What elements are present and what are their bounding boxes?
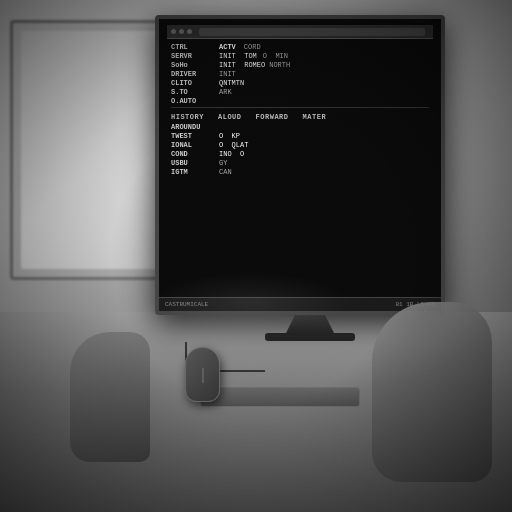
line-value: CAN	[219, 168, 232, 176]
line-label: S.TO	[171, 88, 216, 96]
terminal-line: AROUNDU	[171, 123, 429, 131]
browser-url-bar[interactable]	[199, 28, 425, 36]
line-value: GY	[219, 159, 227, 167]
line-label: DRIVER	[171, 70, 216, 78]
line-value: INIT	[219, 70, 236, 78]
terminal-line: SERVR INIT TOM O MIN	[171, 52, 429, 60]
line-extra: CORD	[244, 43, 261, 51]
monitor-base	[265, 333, 355, 341]
terminal-cond-line: COND INO O	[171, 150, 429, 158]
line-value: O QLAT	[219, 141, 248, 149]
browser-dot-1	[171, 29, 176, 34]
terminal-line: S.TO ARK	[171, 88, 429, 96]
monitor-main: CTRL ACTV CORD SERVR INIT TOM O MIN SoHo…	[155, 15, 445, 315]
terminal-line: SoHo INIT ROMEO NORTH	[171, 61, 429, 69]
cond-label: COND	[171, 150, 216, 158]
line-label: IONAL	[171, 141, 216, 149]
terminal-line: CTRL ACTV CORD	[171, 43, 429, 51]
terminal-line: IGTM CAN	[171, 168, 429, 176]
line-label: SoHo	[171, 61, 216, 69]
line-label: O.AUTO	[171, 97, 216, 105]
terminal-line: IONAL O QLAT	[171, 141, 429, 149]
line-label: AROUNDU	[171, 123, 216, 131]
monitor-screen: CTRL ACTV CORD SERVR INIT TOM O MIN SoHo…	[159, 19, 441, 311]
browser-dot-3	[187, 29, 192, 34]
line-extra: O MIN	[263, 52, 288, 60]
line-value: INIT ROMEO	[219, 61, 265, 69]
terminal-divider	[171, 107, 429, 108]
terminal-section-line: HISTORY ALOUD FORWARD MATER	[171, 110, 429, 122]
line-extra: NORTH	[269, 61, 290, 69]
section-label: HISTORY ALOUD FORWARD MATER	[171, 113, 326, 121]
terminal-line: CLITO QNTMTN	[171, 79, 429, 87]
person-left-arm	[70, 332, 150, 462]
line-label: USBU	[171, 159, 216, 167]
person-right-arm	[372, 302, 492, 482]
terminal-line: TWEST O KP	[171, 132, 429, 140]
line-label: CLITO	[171, 79, 216, 87]
line-value: O KP	[219, 132, 240, 140]
mouse[interactable]	[185, 347, 220, 402]
line-value: ARK	[219, 88, 232, 96]
status-bar: CASTRUMICALE 81 1B L5 65	[159, 297, 441, 311]
line-value: INIT TOM	[219, 52, 257, 60]
line-label: SERVR	[171, 52, 216, 60]
browser-bar	[167, 25, 433, 39]
line-label: IGTM	[171, 168, 216, 176]
line-label: TWEST	[171, 132, 216, 140]
browser-dot-2	[179, 29, 184, 34]
terminal-content: CTRL ACTV CORD SERVR INIT TOM O MIN SoHo…	[167, 41, 433, 179]
keyboard[interactable]	[200, 387, 360, 407]
line-value: QNTMTN	[219, 79, 244, 87]
terminal-line: O.AUTO	[171, 97, 429, 105]
terminal-line: DRIVER INIT	[171, 70, 429, 78]
line-label: CTRL	[171, 43, 216, 51]
mouse-scroll-wheel	[202, 368, 203, 383]
terminal-line: USBU GY	[171, 159, 429, 167]
cond-value: INO O	[219, 150, 244, 158]
status-left: CASTRUMICALE	[165, 301, 208, 308]
line-value: ACTV	[219, 43, 236, 51]
